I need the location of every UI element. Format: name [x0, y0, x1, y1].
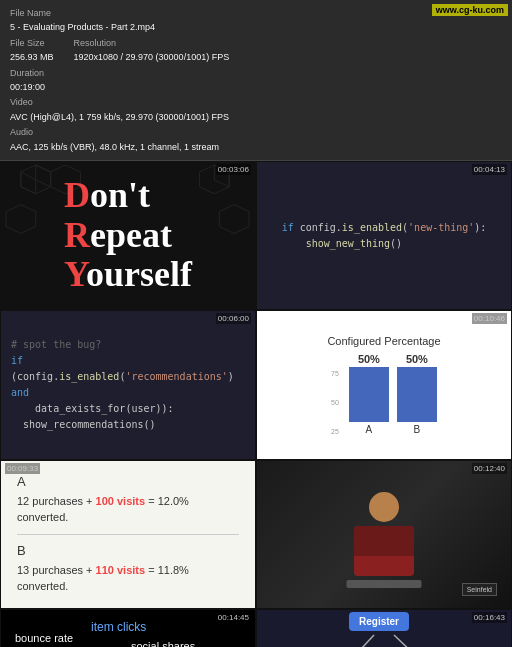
stats-text-a: 12 purchases + 100 visits = 12.0% conver… — [17, 493, 239, 526]
person-placeholder: Seinfeld — [257, 461, 511, 608]
filesize-value: 256.93 MB — [10, 50, 54, 64]
stats-highlight-visits-b: 110 visits — [96, 564, 146, 576]
svg-marker-2 — [21, 172, 36, 194]
video-cell-code1: 00:04:13 if config.is_enabled('new-thing… — [256, 161, 512, 310]
resolution-value: 1920x1080 / 29.970 (30000/1001) FPS — [74, 50, 230, 64]
video-value: AVC (High@L4), 1 759 kb/s, 29.970 (30000… — [10, 110, 229, 124]
code-keyword-if2: if — [11, 355, 23, 366]
code-string-newthing: 'new-thing' — [408, 222, 474, 233]
timestamp-cell3: 00:06:00 — [216, 313, 251, 324]
timestamp-cell2: 00:04:13 — [472, 164, 507, 175]
watermark: www.cg-ku.com — [432, 4, 508, 16]
seinfeld-sign: Seinfeld — [462, 583, 497, 596]
svg-marker-3 — [51, 165, 81, 194]
filesize-label: File Size — [10, 36, 54, 50]
filename-value: 5 - Evaluating Products - Part 2.mp4 — [10, 20, 155, 34]
stats-divider — [17, 534, 239, 535]
resolution-label: Resolution — [74, 36, 230, 50]
app-container: www.cg-ku.com File Name 5 - Evaluating P… — [0, 0, 512, 647]
chart-bar-b: 50% B — [397, 353, 437, 435]
stats-header-b: B — [17, 543, 239, 558]
svg-marker-6 — [6, 205, 36, 234]
person-body — [354, 526, 414, 576]
video-cell-diagram: 00:16:43 — [256, 609, 512, 647]
video-cell-dry: 00:03:06 Don't — [0, 161, 256, 310]
svg-marker-1 — [36, 165, 51, 187]
video-cell-stats: 00:09:33 A 12 purchases + 100 visits = 1… — [0, 460, 256, 609]
duration-label: Duration — [10, 66, 45, 80]
video-grid: 00:03:06 Don't — [0, 161, 512, 647]
code-keyword-if: if — [282, 222, 294, 233]
chart-percent-a: 50% — [358, 353, 380, 365]
duration-value: 00:19:00 — [10, 80, 45, 94]
person-head — [369, 492, 399, 522]
code-block-1: if config.is_enabled('new-thing'): show_… — [282, 220, 487, 252]
code-func-isenabled: is_enabled — [342, 222, 402, 233]
audio-label: Audio — [10, 125, 219, 139]
stats-section-a: A 12 purchases + 100 visits = 12.0% conv… — [17, 474, 239, 526]
chart-label-b: B — [414, 424, 421, 435]
video-cell-chart: 00:10:46 Configured Percentage 75 50 25 … — [256, 310, 512, 459]
word-item-clicks: item clicks — [91, 620, 146, 634]
timestamp-cell5: 00:09:33 — [5, 463, 40, 474]
timestamp-cell1: 00:03:06 — [216, 164, 251, 175]
code-func-shownewthing: show_new_thing — [306, 238, 390, 249]
word-social-shares: social shares — [131, 640, 195, 647]
chart-bar-a: 50% A — [349, 353, 389, 435]
chart-bar-a-rect — [349, 367, 389, 422]
audio-value: AAC, 125 kb/s (VBR), 48.0 kHz, 1 channel… — [10, 140, 219, 154]
svg-marker-7 — [219, 205, 249, 234]
chart-percent-b: 50% — [406, 353, 428, 365]
laptop-screen — [347, 580, 422, 588]
chart-y-50: 50 — [331, 399, 339, 406]
chart-label-a: A — [366, 424, 373, 435]
filename-label: File Name — [10, 6, 155, 20]
stats-header-a: A — [17, 474, 239, 489]
video-cell-wordcloud: 00:14:45 bounce rate item clicks social … — [0, 609, 256, 647]
code-func-isenabled2: is_enabled — [59, 371, 119, 382]
timestamp-cell7: 00:14:45 — [216, 612, 251, 623]
stats-text-b: 13 purchases + 110 visits = 11.8% conver… — [17, 562, 239, 595]
chart-y-25: 25 — [331, 428, 339, 435]
filename-field: File Name 5 - Evaluating Products - Part… — [10, 6, 155, 35]
svg-line-8 — [334, 635, 374, 647]
video-label: Video — [10, 95, 229, 109]
word-bounce-rate: bounce rate — [15, 632, 73, 644]
diagram-box-top: Register — [349, 612, 409, 631]
file-info-panel: File Name 5 - Evaluating Products - Part… — [0, 0, 512, 161]
chart-bar-b-rect — [397, 367, 437, 422]
chart-title: Configured Percentage — [327, 335, 440, 347]
code-comment: # spot the bug? — [11, 339, 101, 350]
diagram-container: Register Register Register Register +1% … — [294, 610, 474, 647]
code-string-recs: 'recommendations' — [125, 371, 227, 382]
timestamp-cell8: 00:16:43 — [472, 612, 507, 623]
stats-section-b: B 13 purchases + 110 visits = 11.8% conv… — [17, 543, 239, 595]
timestamp-cell4: 00:10:46 — [472, 313, 507, 324]
timestamp-cell6: 00:12:40 — [472, 463, 507, 474]
chart-y-75: 75 — [331, 370, 339, 377]
video-cell-person: 00:12:40 Seinfeld — [256, 460, 512, 609]
code-block-2: # spot the bug? if (config.is_enabled('r… — [11, 337, 245, 433]
stats-highlight-visits-a: 100 visits — [96, 495, 146, 507]
video-cell-code2: 00:06:00 # spot the bug? if (config.is_e… — [0, 310, 256, 459]
